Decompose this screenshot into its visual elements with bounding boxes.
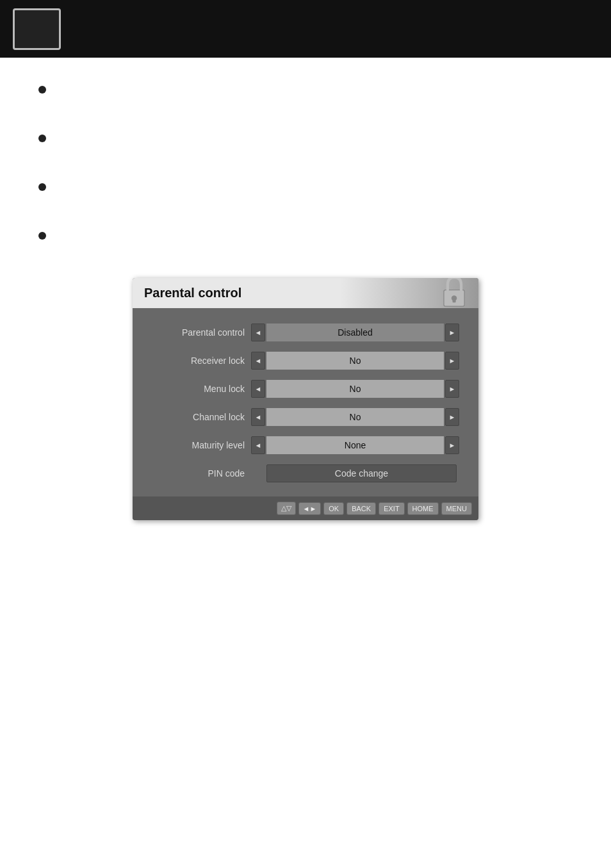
parental-control-left-arrow[interactable]: ◄ [251,323,265,341]
channel-lock-control: ◄ No ► [251,408,459,426]
pin-code-control: Code change [251,464,459,482]
padlock-icon [437,278,472,310]
home-button[interactable]: HOME [407,502,439,515]
menu-button[interactable]: MENU [441,502,472,515]
pin-code-label: PIN code [152,468,251,479]
navigate-updown-button[interactable]: △▽ [277,502,296,515]
back-button[interactable]: BACK [346,502,376,515]
parental-body: Parental control ◄ Disabled ► Receiver l… [133,308,478,496]
screenshot-container: Parental control Parental control ◄ Disa… [38,278,573,520]
channel-lock-label: Channel lock [152,412,251,422]
pin-code-row: PIN code Code change [152,462,459,485]
menu-lock-left-arrow[interactable]: ◄ [251,380,265,398]
bullet-dot [38,183,46,191]
bullet-dot [38,232,46,240]
navigate-leftright-button[interactable]: ◄► [298,502,322,515]
maturity-level-value: None [266,436,444,454]
parental-control-row: Parental control ◄ Disabled ► [152,321,459,344]
maturity-level-row: Maturity level ◄ None ► [152,434,459,457]
receiver-lock-value: No [266,352,444,370]
list-item [38,83,573,94]
ok-button[interactable]: OK [323,502,344,515]
channel-lock-right-arrow[interactable]: ► [445,408,459,426]
maturity-level-control: ◄ None ► [251,436,459,454]
exit-button[interactable]: EXIT [379,502,404,515]
main-content: Parental control Parental control ◄ Disa… [0,58,611,571]
maturity-level-right-arrow[interactable]: ► [445,436,459,454]
parental-control-panel: Parental control Parental control ◄ Disa… [133,278,478,520]
channel-lock-left-arrow[interactable]: ◄ [251,408,265,426]
parental-control-control: ◄ Disabled ► [251,323,459,341]
receiver-lock-right-arrow[interactable]: ► [445,352,459,370]
menu-lock-row: Menu lock ◄ No ► [152,377,459,400]
maturity-level-label: Maturity level [152,440,251,450]
parental-footer: △▽ ◄► OK BACK EXIT HOME MENU [133,496,478,520]
parental-control-label: Parental control [152,327,251,338]
maturity-level-left-arrow[interactable]: ◄ [251,436,265,454]
menu-lock-right-arrow[interactable]: ► [445,380,459,398]
top-bar [0,0,611,58]
logo [13,8,61,50]
menu-lock-control: ◄ No ► [251,380,459,398]
menu-lock-value: No [266,380,444,398]
channel-lock-value: No [266,408,444,426]
svg-rect-2 [453,299,456,302]
parental-control-value: Disabled [266,323,444,341]
list-item [38,181,573,191]
code-change-button[interactable]: Code change [266,464,457,482]
bullet-list [38,83,573,240]
receiver-lock-row: Receiver lock ◄ No ► [152,349,459,372]
list-item [38,229,573,240]
bullet-dot [38,86,46,94]
parental-header: Parental control [133,278,478,308]
receiver-lock-label: Receiver lock [152,356,251,366]
list-item [38,132,573,142]
bullet-dot [38,135,46,142]
panel-title: Parental control [144,286,241,300]
channel-lock-row: Channel lock ◄ No ► [152,405,459,429]
receiver-lock-left-arrow[interactable]: ◄ [251,352,265,370]
parental-control-right-arrow[interactable]: ► [445,323,459,341]
menu-lock-label: Menu lock [152,384,251,394]
receiver-lock-control: ◄ No ► [251,352,459,370]
